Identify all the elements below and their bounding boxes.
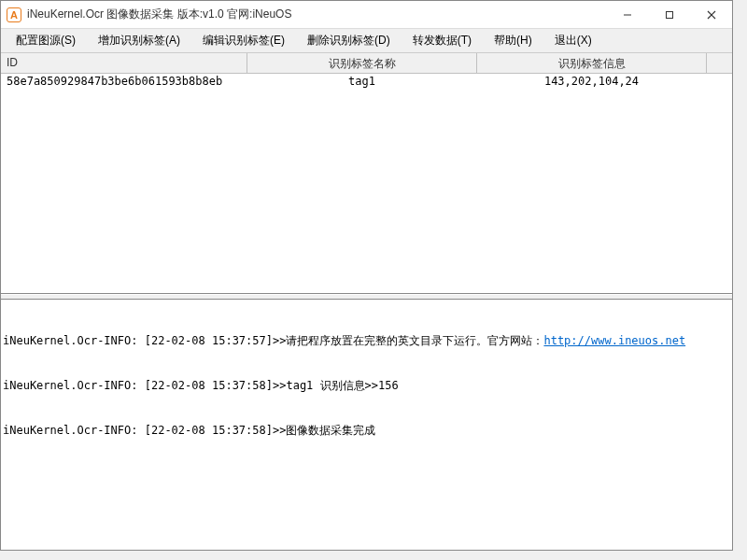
table-header: ID 识别标签名称 识别标签信息	[1, 53, 732, 74]
svg-rect-1	[666, 11, 672, 18]
menu-edit-tag[interactable]: 编辑识别标签(E)	[191, 30, 296, 51]
minimize-button[interactable]	[606, 1, 648, 28]
menu-delete-tag[interactable]: 删除识别标签(D)	[296, 30, 402, 51]
log-text: iNeuKernel.Ocr-INFO: [22-02-08 15:37:58]…	[3, 379, 399, 392]
table-row[interactable]: 58e7a850929847b3be6b061593b8b8eb tag1 14…	[1, 74, 732, 91]
log-line: iNeuKernel.Ocr-INFO: [22-02-08 15:37:58]…	[3, 378, 730, 393]
cell-info: 143,202,104,24	[477, 74, 707, 91]
close-icon	[707, 10, 716, 20]
log-panel[interactable]: iNeuKernel.Ocr-INFO: [22-02-08 15:37:57]…	[1, 300, 732, 550]
tag-table: ID 识别标签名称 识别标签信息 58e7a850929847b3be6b061…	[1, 53, 732, 294]
col-header-name[interactable]: 识别标签名称	[247, 53, 477, 73]
menu-exit[interactable]: 退出(X)	[543, 30, 603, 51]
cell-id: 58e7a850929847b3be6b061593b8b8eb	[1, 74, 247, 91]
log-text: iNeuKernel.Ocr-INFO: [22-02-08 15:37:58]…	[3, 424, 375, 437]
maximize-icon	[665, 10, 674, 20]
titlebar: A iNeuKernel.Ocr 图像数据采集 版本:v1.0 官网:iNeuO…	[1, 1, 732, 29]
menu-add-tag[interactable]: 增加识别标签(A)	[87, 30, 191, 51]
window-title: iNeuKernel.Ocr 图像数据采集 版本:v1.0 官网:iNeuOS	[27, 7, 606, 22]
window-controls	[606, 1, 732, 28]
log-text: iNeuKernel.Ocr-INFO: [22-02-08 15:37:57]…	[3, 334, 543, 347]
log-line: iNeuKernel.Ocr-INFO: [22-02-08 15:37:58]…	[3, 423, 730, 438]
menubar: 配置图源(S) 增加识别标签(A) 编辑识别标签(E) 删除识别标签(D) 转发…	[1, 29, 732, 53]
col-header-id[interactable]: ID	[1, 53, 247, 73]
close-button[interactable]	[690, 1, 732, 28]
menu-forward-data[interactable]: 转发数据(T)	[402, 30, 483, 51]
col-header-info[interactable]: 识别标签信息	[477, 53, 707, 73]
menu-help[interactable]: 帮助(H)	[483, 30, 543, 51]
app-window: A iNeuKernel.Ocr 图像数据采集 版本:v1.0 官网:iNeuO…	[0, 0, 733, 551]
app-icon: A	[7, 7, 21, 22]
minimize-icon	[623, 10, 632, 20]
cell-name: tag1	[247, 74, 477, 91]
menu-configure-source[interactable]: 配置图源(S)	[5, 30, 87, 51]
maximize-button[interactable]	[648, 1, 690, 28]
log-link[interactable]: http://www.ineuos.net	[543, 334, 685, 347]
log-line: iNeuKernel.Ocr-INFO: [22-02-08 15:37:57]…	[3, 333, 730, 348]
